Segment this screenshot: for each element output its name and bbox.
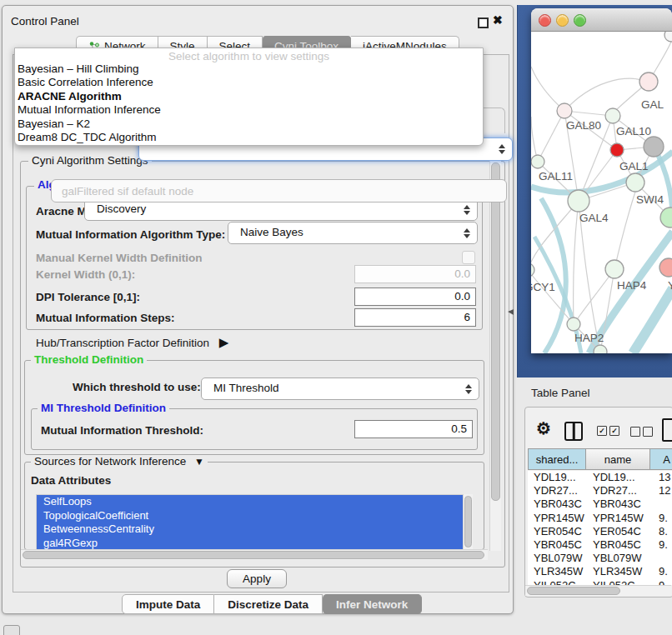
network-node[interactable]	[626, 173, 644, 192]
table-row[interactable]: YER054CYER054C8.	[528, 525, 672, 538]
table-header-row: shared...nameA	[528, 448, 672, 470]
attribute-item[interactable]: SelfLoops	[37, 495, 464, 509]
table-horizontal-scrollbar[interactable]	[525, 585, 671, 596]
expand-triangle-icon[interactable]: ▶	[219, 335, 229, 349]
sources-group-title: Sources for Network Inference ▼	[31, 455, 208, 468]
column-header[interactable]: A	[650, 448, 672, 470]
node-label: GCY1	[531, 281, 555, 293]
window-title: Control Panel	[11, 15, 79, 28]
edge-highlighted[interactable]	[633, 288, 672, 353]
network-node[interactable]	[557, 103, 572, 118]
minimized-panel-icon[interactable]	[3, 625, 20, 635]
checkbox-checked-icon[interactable]: ✓	[597, 426, 607, 436]
kernel-width-field[interactable]: 0.0	[354, 265, 476, 283]
network-node[interactable]	[659, 258, 672, 277]
network-node[interactable]	[605, 260, 624, 278]
mi-type-label: Mutual Information Algorithm Type:	[36, 228, 225, 241]
close-icon[interactable]: ✖	[493, 13, 503, 27]
float-window-icon[interactable]	[478, 18, 489, 28]
edge[interactable]	[574, 201, 579, 324]
checkbox-unchecked-icon[interactable]	[643, 427, 653, 437]
mi-threshold-label: Mutual Information Threshold:	[41, 424, 203, 437]
dropdown-item[interactable]: Basic Correlation Inference	[15, 76, 483, 89]
mi-steps-field[interactable]: 6	[354, 308, 476, 327]
settings-vertical-scrollbar[interactable]	[489, 159, 501, 551]
checkbox-checked-icon[interactable]: ✓	[609, 426, 619, 436]
network-node[interactable]	[531, 263, 534, 277]
dropdown-item[interactable]: Mutual Information Inference	[15, 103, 483, 117]
algorithm-dropdown-popup: Select algorithm to view settings Bayesi…	[14, 48, 484, 146]
network-node[interactable]	[610, 143, 624, 157]
checkbox-unchecked-icon[interactable]	[630, 427, 640, 437]
tab-discretize-data[interactable]: Discretize Data	[214, 594, 323, 614]
edge[interactable]	[614, 192, 635, 269]
attribute-item[interactable]: TopologicalCoefficient	[37, 509, 464, 523]
aracne-mode-value: Discovery	[97, 202, 146, 215]
table-row[interactable]: YBR043CYBR043C	[528, 498, 672, 511]
network-selector-combobox[interactable]: galFiltered sif default node	[51, 179, 507, 202]
edge[interactable]	[531, 201, 579, 270]
bottom-tab-strip: Impute DataDiscretize DataInfer Network	[122, 594, 422, 614]
gear-icon[interactable]: ⚙	[536, 420, 551, 437]
network-view-window: GALGAL80GAL10GAL11GAL1SWI4GAL4GCY1HAP4YH…	[531, 8, 672, 353]
table-row[interactable]: YLR345WYLR345W9.	[528, 565, 672, 578]
which-threshold-value: MI Threshold	[213, 382, 279, 394]
table-row[interactable]: YPR145WYPR145W9.	[528, 512, 672, 525]
table-row[interactable]: YDL19...YDL19...13	[528, 471, 672, 484]
network-node[interactable]	[644, 137, 664, 157]
dropdown-item[interactable]: Bayesian – Hill Climbing	[15, 62, 483, 76]
attribute-item[interactable]: BetweennessCentrality	[37, 522, 464, 537]
attribute-item[interactable]: gal4RGexp	[37, 537, 464, 551]
table-row[interactable]: YBR045CYBR045C9.	[528, 538, 672, 552]
node-label: GAL80	[566, 119, 601, 132]
dropdown-item[interactable]: Bayesian – K2	[15, 118, 483, 131]
edge[interactable]	[538, 111, 564, 162]
document-icon[interactable]	[662, 418, 672, 442]
dropdown-item[interactable]: ARACNE Algorithm	[15, 90, 483, 103]
network-node[interactable]	[568, 190, 589, 212]
column-header[interactable]: shared...	[528, 448, 586, 470]
columns-icon[interactable]	[564, 422, 583, 441]
network-node[interactable]	[660, 208, 672, 228]
table-row[interactable]: YBL079WYBL079W	[528, 552, 672, 565]
which-threshold-combobox[interactable]: MI Threshold	[201, 378, 479, 400]
data-attributes-list[interactable]: SelfLoopsTopologicalCoefficientBetweenne…	[36, 494, 464, 554]
zoom-traffic-light-icon[interactable]	[574, 14, 586, 27]
network-node[interactable]	[664, 32, 672, 42]
edge[interactable]	[564, 78, 649, 111]
node-label: HAP2	[574, 332, 604, 344]
hub-definition-label[interactable]: Hub/Transcription Factor Definition ▶	[36, 335, 228, 350]
threshold-definition-title: Threshold Definition	[31, 353, 147, 366]
dropdown-item[interactable]: Dream8 DC_TDC Algorithm	[15, 131, 483, 144]
list-scrollbar[interactable]	[463, 494, 473, 552]
network-node[interactable]	[567, 318, 580, 331]
close-traffic-light-icon[interactable]	[539, 14, 551, 27]
which-threshold-label: Which threshold to use:	[73, 381, 201, 393]
network-node[interactable]	[594, 345, 607, 353]
network-node[interactable]	[605, 108, 620, 123]
collapse-triangle-icon[interactable]: ▼	[194, 456, 204, 468]
minimize-traffic-light-icon[interactable]	[556, 14, 569, 27]
network-window-titlebar[interactable]	[531, 8, 672, 32]
node-label: GAL11	[539, 170, 573, 182]
column-header[interactable]: name	[586, 448, 650, 470]
table-row[interactable]: YDR27...YDR27...12	[528, 484, 672, 498]
network-canvas[interactable]: GALGAL80GAL10GAL11GAL1SWI4GAL4GCY1HAP4YH…	[531, 32, 672, 353]
node-label: HAP4	[617, 279, 647, 292]
dpi-tolerance-field[interactable]: 0.0	[354, 288, 476, 306]
network-selector-value: galFiltered sif default node	[62, 185, 193, 198]
settings-horizontal-scrollbar[interactable]	[21, 549, 488, 560]
edge[interactable]	[531, 67, 564, 111]
tab-infer-network[interactable]: Infer Network	[323, 594, 422, 614]
mi-threshold-field[interactable]: 0.5	[354, 420, 473, 438]
tab-impute-data[interactable]: Impute Data	[122, 594, 214, 614]
manual-kernel-checkbox[interactable]	[462, 251, 475, 264]
node-label: GAL10	[616, 125, 651, 138]
screen: Control Panel ✖ NetworkStyleSelectCyni T…	[0, 0, 672, 635]
table-row[interactable]: YIL052CYIL052C9	[528, 579, 672, 586]
mi-type-combobox[interactable]: Naive Bayes	[228, 222, 478, 244]
network-node[interactable]	[531, 155, 544, 168]
apply-button[interactable]: Apply	[227, 569, 287, 588]
network-node[interactable]	[639, 72, 658, 91]
mi-threshold-group-title: MI Threshold Definition	[38, 402, 169, 414]
